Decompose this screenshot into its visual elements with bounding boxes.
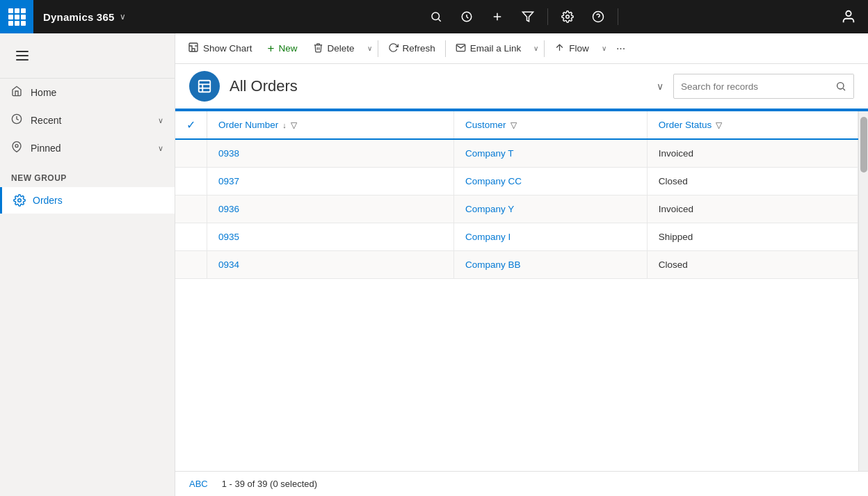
svg-rect-15 [199,81,211,93]
settings-button[interactable] [554,3,581,31]
table-row[interactable]: 0934 Company BB Closed [175,251,858,279]
flow-label: Flow [569,43,589,54]
order-number-cell[interactable]: 0937 [207,168,454,195]
main-content: Show Chart + New Delete ∨ Refresh [175,33,868,496]
order-status-label: Order Status [659,120,712,130]
pinned-label: Pinned [31,143,150,154]
customer-cell: Company I [454,223,648,251]
table-scroll-area[interactable]: ✓ Order Number ↓ ▽ [175,111,858,471]
row-select-cell[interactable] [175,168,207,195]
page-header: All Orders ∨ [175,64,868,109]
order-status-column[interactable]: Order Status ▽ [647,111,858,139]
customer-column[interactable]: Customer ▽ [454,111,648,139]
order-number-link[interactable]: 0938 [218,148,239,159]
table-row[interactable]: 0935 Company I Shipped [175,223,858,251]
vertical-scrollbar[interactable] [858,111,868,471]
row-select-cell[interactable] [175,139,207,168]
scrollbar-thumb[interactable] [860,117,867,173]
app-name-chevron-icon[interactable]: ∨ [120,12,126,22]
orders-table: ✓ Order Number ↓ ▽ [175,111,858,279]
add-button[interactable] [483,3,511,31]
order-status-cell: Shipped [647,223,858,251]
table-wrapper: ✓ Order Number ↓ ▽ [175,111,868,471]
advanced-find-button[interactable] [514,3,542,31]
customer-link[interactable]: Company BB [465,259,521,270]
flow-dropdown-button[interactable]: ∨ [597,36,609,61]
delete-label: Delete [328,43,355,54]
order-status-value: Shipped [659,232,693,242]
svg-point-12 [18,199,22,202]
page-title: All Orders [230,77,645,95]
page-title-chevron-icon[interactable]: ∨ [657,81,664,92]
search-input[interactable] [674,81,828,92]
email-dropdown-button[interactable]: ∨ [529,36,541,61]
customer-link[interactable]: Company I [465,232,511,242]
user-avatar-button[interactable] [835,3,862,31]
dasboard-button[interactable] [453,3,481,31]
sidebar-item-recent[interactable]: Recent ∨ [0,106,175,134]
sidebar-item-orders[interactable]: Orders [0,187,175,214]
delete-dropdown-icon: ∨ [367,45,372,52]
search-button[interactable] [828,74,853,99]
abc-filter[interactable]: ABC [189,479,208,489]
order-number-label: Order Number [218,120,278,130]
delete-button[interactable]: Delete [306,36,362,61]
customer-cell: Company Y [454,195,648,223]
customer-link[interactable]: Company Y [465,204,514,214]
email-icon [456,42,466,55]
order-status-value: Closed [659,176,688,186]
show-chart-label: Show Chart [203,43,252,54]
email-link-button[interactable]: Email a Link [449,36,529,61]
customer-filter-icon[interactable]: ▽ [511,120,517,130]
app-brand: Dynamics 365 ∨ [0,0,209,33]
order-number-cell[interactable]: 0934 [207,251,454,279]
recent-label: Recent [31,115,150,126]
top-navigation: Dynamics 365 ∨ [0,0,868,33]
global-search-button[interactable] [422,3,450,31]
order-number-link[interactable]: 0937 [218,176,239,186]
table-row[interactable]: 0936 Company Y Invoiced [175,195,858,223]
flow-icon [554,42,565,55]
flow-dropdown-icon: ∨ [602,45,606,52]
svg-rect-13 [189,43,198,51]
table-row[interactable]: 0938 Company T Invoiced [175,139,858,168]
svg-marker-5 [523,12,533,22]
more-commands-button[interactable]: ··· [611,36,631,61]
order-status-cell: Invoiced [647,139,858,168]
new-button[interactable]: + New [261,36,305,61]
row-select-cell[interactable] [175,195,207,223]
customer-label: Customer [465,120,506,130]
svg-point-9 [846,11,851,16]
svg-line-1 [438,19,440,21]
order-number-column[interactable]: Order Number ↓ ▽ [207,111,454,139]
sort-icon[interactable]: ↓ [282,121,287,129]
row-select-cell[interactable] [175,223,207,251]
top-nav-actions [209,3,835,31]
order-status-filter-icon[interactable]: ▽ [716,120,722,130]
filter-icon[interactable]: ▽ [291,120,297,130]
order-number-cell[interactable]: 0936 [207,195,454,223]
help-button[interactable] [584,3,612,31]
waffle-button[interactable] [0,0,33,33]
refresh-button[interactable]: Refresh [381,36,442,61]
sidebar-item-home[interactable]: Home [0,79,175,106]
table-row[interactable]: 0937 Company CC Closed [175,168,858,195]
order-number-link[interactable]: 0936 [218,204,239,214]
order-number-cell[interactable]: 0935 [207,223,454,251]
order-number-link[interactable]: 0934 [218,259,239,270]
sidebar-item-pinned[interactable]: Pinned ∨ [0,134,175,162]
show-chart-button[interactable]: Show Chart [181,36,259,61]
customer-link[interactable]: Company CC [465,176,522,186]
hamburger-button[interactable] [6,42,39,70]
order-number-link[interactable]: 0935 [218,232,239,242]
table-header-row: ✓ Order Number ↓ ▽ [175,111,858,139]
app-name: Dynamics 365 [33,11,114,23]
select-all-column[interactable]: ✓ [175,111,207,139]
row-select-cell[interactable] [175,251,207,279]
dropdown-delete-button[interactable]: ∨ [363,36,375,61]
customer-link[interactable]: Company T [465,148,514,159]
pinned-icon [11,141,22,155]
order-number-cell[interactable]: 0938 [207,139,454,168]
flow-button[interactable]: Flow [547,36,596,61]
svg-point-19 [837,83,844,89]
